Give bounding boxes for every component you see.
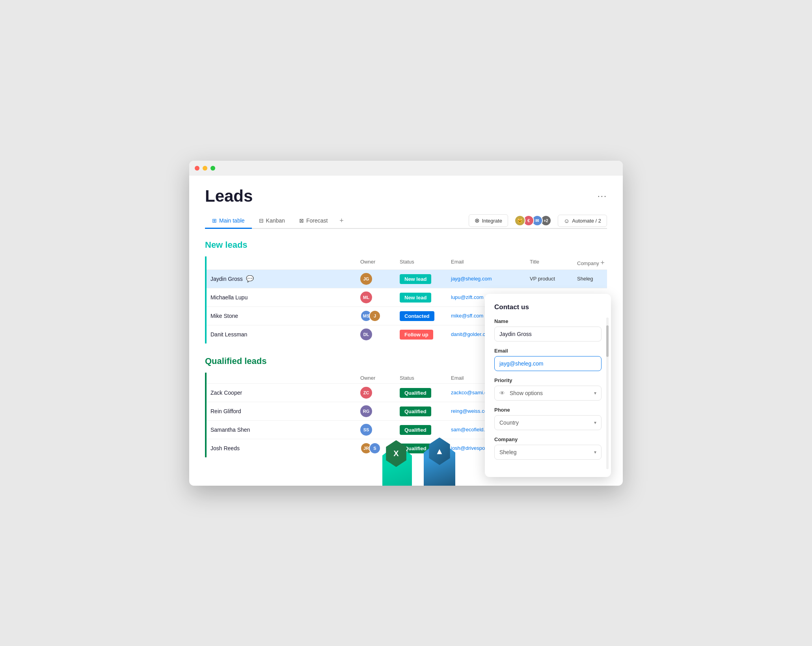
company-select[interactable]: Sheleg ▾ [494, 445, 602, 460]
row-name: Zack Cooper [210, 390, 360, 396]
kanban-icon: ⊟ [259, 217, 264, 224]
chevron-down-icon: ▾ [594, 420, 596, 425]
col-owner: Owner [360, 259, 400, 267]
priority-field-group: Priority 👁 Show options ▾ [494, 377, 602, 401]
email-input[interactable] [494, 356, 602, 371]
name-label: Name [494, 318, 602, 324]
integrate-button[interactable]: ⊗ Integrate [469, 214, 508, 227]
maximize-dot[interactable] [210, 166, 215, 171]
automate-icon: ☺ [564, 217, 570, 224]
new-leads-title: New leads [205, 240, 607, 250]
col-name [210, 259, 360, 267]
company-select-label: Sheleg [499, 449, 517, 455]
tab-kanban[interactable]: ⊟ Kanban [252, 213, 292, 229]
owner-cell: MS J [360, 310, 400, 322]
col-status: Status [400, 375, 451, 381]
tab-main-table[interactable]: ⊞ Main table [205, 213, 252, 229]
avatar: JG [360, 273, 372, 285]
add-column-button[interactable]: + [600, 259, 605, 267]
scrollbar-thumb[interactable] [606, 325, 609, 357]
avatar: S [369, 442, 381, 454]
email-field-group: Email [494, 348, 602, 371]
col-title: Title [530, 259, 577, 267]
avatar: DL [360, 329, 372, 340]
status-cell: Contacted [400, 313, 451, 319]
phone-field-group: Phone Country ▾ [494, 407, 602, 430]
table-row[interactable]: Jaydin Gross 💬 JG New lead jayg@sheleg.c… [207, 269, 607, 288]
chat-icon[interactable]: 💬 [246, 275, 254, 282]
new-leads-header: Owner Status Email Title Company + [207, 256, 607, 269]
page-header: Leads ··· [205, 187, 607, 206]
automate-button[interactable]: ☺ Automate / 2 [558, 215, 607, 227]
tab-actions: ⊗ Integrate 🐱 € ✉ +2 ☺ Automate / 2 [469, 214, 607, 227]
status-cell: Qualified [400, 390, 451, 396]
eye-icon: 👁 [499, 390, 505, 396]
scrollbar-track [606, 317, 609, 469]
row-name: Jaydin Gross 💬 [210, 275, 360, 282]
phone-label: Phone [494, 407, 602, 413]
owner-cell: ML [360, 291, 400, 303]
close-dot[interactable] [195, 166, 199, 171]
row-name: Mike Stone [210, 313, 360, 319]
name-input[interactable] [494, 327, 602, 342]
tab-forecast[interactable]: ⊠ Forecast [292, 213, 335, 229]
col-name [210, 375, 360, 381]
avatar: J [369, 310, 381, 322]
company-cell: Sheleg [577, 276, 623, 282]
user-avatars: 🐱 € ✉ +2 [514, 215, 551, 226]
title-cell: VP product [530, 276, 577, 282]
chevron-down-icon: ▾ [594, 449, 596, 455]
status-cell: Qualified [400, 445, 451, 451]
integrate-icon: ⊗ [475, 217, 480, 224]
status-cell: Qualified [400, 427, 451, 433]
status-badge: Qualified [400, 407, 431, 416]
owner-cell: RG [360, 405, 400, 417]
forecast-icon: ⊠ [299, 217, 304, 224]
status-cell: Follow up [400, 331, 451, 338]
status-cell: Qualified [400, 408, 451, 414]
priority-label: Priority [494, 377, 602, 383]
avatar: ZC [360, 387, 372, 399]
status-badge: Contacted [400, 311, 434, 321]
status-badge: Qualified [400, 425, 431, 435]
col-status: Status [400, 259, 451, 267]
owner-cell: SS [360, 424, 400, 436]
company-field-group: Company Sheleg ▾ [494, 436, 602, 460]
owner-cell: DL [360, 329, 400, 340]
avatar: ML [360, 291, 372, 303]
col-owner: Owner [360, 375, 400, 381]
company-label: Company [494, 436, 602, 442]
priority-select[interactable]: 👁 Show options ▾ [494, 386, 602, 401]
table-icon: ⊞ [212, 217, 217, 224]
col-email: Email [451, 259, 530, 267]
status-badge: New lead [400, 274, 431, 284]
app-window: Leads ··· ⊞ Main table ⊟ Kanban ⊠ Foreca… [189, 161, 623, 486]
status-cell: New lead [400, 276, 451, 282]
country-select-label: Country [499, 420, 519, 426]
status-badge: Qualified [400, 388, 431, 398]
priority-select-label: 👁 Show options [499, 390, 543, 396]
status-badge: New lead [400, 293, 431, 303]
add-tab-button[interactable]: + [335, 213, 348, 228]
avatar: SS [360, 424, 372, 436]
row-name: Samantha Shen [210, 427, 360, 433]
owner-cell: JR S [360, 442, 400, 454]
owner-cell: JG [360, 273, 400, 285]
row-name: Danit Lessman [210, 331, 360, 338]
main-content: Leads ··· ⊞ Main table ⊟ Kanban ⊠ Foreca… [189, 176, 623, 486]
row-name: Michaella Lupu [210, 294, 360, 301]
email-cell: jayg@sheleg.com [451, 276, 530, 282]
col-company: Company + [577, 259, 623, 267]
row-name: Rein Glifford [210, 408, 360, 414]
name-field-group: Name [494, 318, 602, 342]
avatar: RG [360, 405, 372, 417]
email-label: Email [494, 348, 602, 354]
status-cell: New lead [400, 294, 451, 301]
minimize-dot[interactable] [203, 166, 207, 171]
panel-title: Contact us [494, 303, 602, 311]
page-title: Leads [205, 187, 253, 206]
more-options-button[interactable]: ··· [598, 191, 607, 201]
phone-country-select[interactable]: Country ▾ [494, 415, 602, 430]
titlebar [189, 161, 623, 176]
owner-cell: ZC [360, 387, 400, 399]
